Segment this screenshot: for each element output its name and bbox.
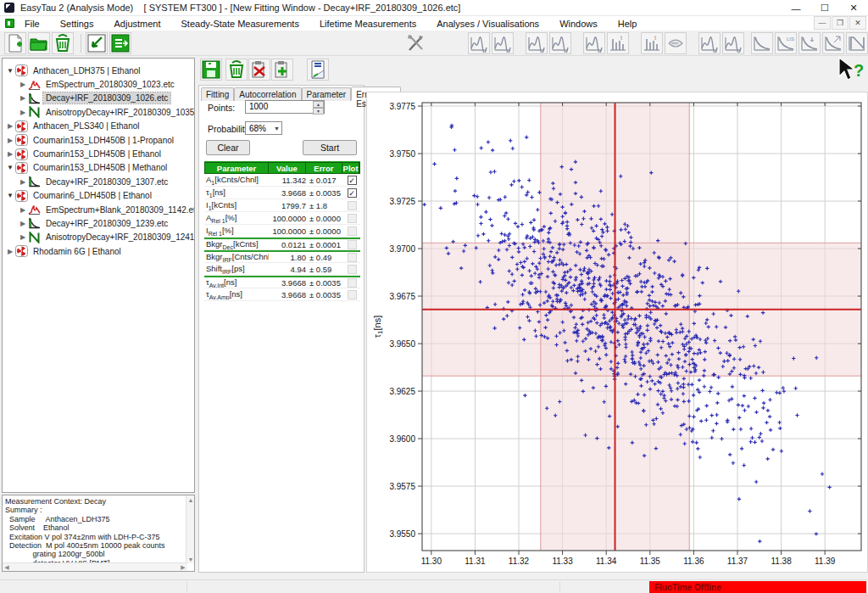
menu-lifetime-measurements[interactable]: Lifetime Measurements	[309, 19, 426, 29]
delete-icon[interactable]	[52, 32, 74, 54]
tools-icon[interactable]	[405, 32, 427, 54]
parameter-value: 100.0000	[269, 227, 306, 236]
lifetime-analysis-icon[interactable]: LIS	[775, 32, 797, 54]
excitation-spectrum-icon[interactable]	[526, 32, 548, 54]
tree-item[interactable]: ▼Anthacen_LDH375 | Ethanol	[3, 64, 194, 77]
parameter-name: IRel 1[%]	[204, 226, 269, 237]
svg-text:t: t	[654, 35, 656, 41]
maximize-button[interactable]: ☐	[810, 0, 839, 16]
tree-item[interactable]: ▶Decay+IRF_20180309_1307.etc	[3, 175, 194, 188]
chevron-right-icon[interactable]: ▶	[6, 122, 14, 130]
tcspc-decay-icon[interactable]: t	[641, 32, 663, 54]
kinetics-icon[interactable]	[583, 32, 605, 54]
context-vertical-scrollbar[interactable]: ▲ ▼	[186, 495, 194, 563]
clear-button[interactable]: Clear	[206, 140, 250, 155]
anisotropy-analysis-icon[interactable]	[846, 32, 868, 54]
svg-text:3.9750: 3.9750	[389, 149, 415, 159]
chevron-right-icon[interactable]: ▶	[19, 94, 27, 102]
tree-item[interactable]: ▶EmSpectrum_20180309_1023.etc	[3, 77, 194, 91]
probability-select[interactable]: 68%▼	[245, 121, 282, 135]
chevron-down-icon[interactable]: ▼	[6, 192, 14, 199]
chevron-right-icon[interactable]: ▶	[19, 81, 27, 88]
tree-item[interactable]: ▶Coumarin153_LDH450B | 1-Propanol	[3, 133, 194, 147]
open-folder-icon[interactable]	[28, 32, 50, 54]
timetrace-icon[interactable]: t	[607, 32, 629, 54]
menu-bar: FileSettingsAdjustmentSteady-State Measu…	[0, 16, 868, 31]
svg-text:3.9675: 3.9675	[389, 292, 415, 301]
parameter-name: ShiftIRF[ps]	[204, 264, 269, 275]
minimize-button[interactable]: —	[782, 0, 810, 16]
tree-item[interactable]: ▶Decay+IRF_20180309_1026.etc	[3, 92, 194, 105]
chevron-right-icon[interactable]: ▶	[19, 220, 27, 227]
context-horizontal-scrollbar[interactable]: ◀ ▶	[3, 562, 187, 571]
parameter-name: τAv.Int[ns]	[204, 277, 269, 288]
menu-help[interactable]: Help	[608, 19, 648, 29]
tres-map-icon[interactable]	[722, 32, 744, 54]
table-row: BkgrIRF[Cnts/Chnl]1.80± 0.49	[204, 250, 360, 263]
chevron-right-icon[interactable]: ▶	[6, 137, 14, 144]
child-close-button[interactable]: ✕	[849, 16, 866, 30]
child-minimize-button[interactable]: —	[814, 16, 831, 30]
chevron-down-icon[interactable]: ▼	[6, 67, 14, 75]
menu-file[interactable]: File	[14, 19, 50, 29]
delete-fit-icon[interactable]	[225, 59, 248, 81]
new-file-icon[interactable]	[4, 32, 26, 54]
child-restore-button[interactable]: ❐	[832, 16, 849, 30]
scatter-plot[interactable]: 11.3011.3111.3211.3311.3411.3511.3611.37…	[367, 92, 867, 572]
tree-item[interactable]: ▼Coumarin6_LDH450B | Ethanol	[3, 189, 194, 203]
steady-spectrum-icon[interactable]	[468, 32, 490, 54]
chevron-down-icon[interactable]: ▼	[6, 164, 14, 171]
tab-fitting[interactable]: Fitting	[201, 87, 234, 101]
anisotropy-icon	[28, 232, 41, 243]
tree-item[interactable]: ▶AnisotropyDecay+IRF_20180309_1241.etc	[3, 231, 194, 244]
plot-checkbox-checked[interactable]: ✓	[348, 176, 357, 185]
tab-parameter-plot[interactable]: Parameter Plot	[302, 87, 352, 101]
sample-icon	[15, 120, 28, 132]
table-row: BkgrDec[kCnts]0.0121± 0.0001	[204, 238, 360, 250]
tailfit-icon[interactable]	[822, 32, 844, 54]
menu-steady-state-measurements[interactable]: Steady-State Measurements	[171, 19, 309, 29]
tree-item[interactable]: ▶Anthacen_PLS340 | Ethanol	[3, 120, 194, 133]
parameter-name: A1[kCnts/Chnl]	[204, 175, 269, 186]
export-data-icon[interactable]	[109, 32, 131, 54]
plot-checkbox-checked[interactable]: ✓	[348, 188, 357, 198]
menu-adjustment[interactable]: Adjustment	[103, 19, 170, 29]
points-spinner[interactable]: ▲▼	[313, 101, 324, 113]
tree-item-label: Anthacen_PLS340 | Ethanol	[31, 120, 142, 131]
tree-item[interactable]: ▶Decay+IRF_20180309_1239.etc	[3, 216, 194, 230]
menu-windows[interactable]: Windows	[549, 19, 608, 29]
clipboard-add-icon[interactable]	[271, 59, 293, 81]
chevron-right-icon[interactable]: ▶	[6, 150, 14, 158]
clipboard-remove-icon[interactable]	[248, 59, 270, 81]
report-icon[interactable]	[307, 59, 329, 81]
chevron-right-icon[interactable]: ▶	[19, 109, 27, 116]
steady-spectrum2-icon[interactable]	[492, 32, 514, 54]
parameter-value: 3.9668	[269, 290, 306, 299]
chevron-right-icon[interactable]: ▶	[19, 206, 27, 214]
tab-autocorrelation[interactable]: Autocorrelation	[234, 87, 301, 101]
parameter-error: ± 0.0000	[306, 214, 343, 223]
tree-item[interactable]: ▶Rhodamin 6G | Ethanol	[3, 244, 194, 258]
start-button[interactable]: Start	[303, 140, 357, 155]
tree-item[interactable]: ▼Coumarin153_LDH450B | Methanol	[3, 161, 194, 175]
reconvolution-icon[interactable]	[798, 32, 821, 54]
chevron-right-icon[interactable]: ▶	[19, 233, 27, 241]
menu-analyses-visualisations[interactable]: Analyses / Visualisations	[426, 19, 549, 29]
save-result-icon[interactable]	[200, 59, 222, 81]
export-chart-icon[interactable]	[86, 32, 108, 54]
decay-analysis-icon[interactable]	[751, 32, 773, 54]
tree-item[interactable]: ▶Coumarin153_LDH450B | Ethanol	[3, 147, 194, 160]
tree-item[interactable]: ▶EmSpectrum+Blank_20180309_1142.etc	[3, 203, 194, 216]
chevron-right-icon[interactable]: ▶	[19, 178, 27, 186]
chevron-right-icon[interactable]: ▶	[6, 248, 14, 255]
close-button[interactable]: ✕	[839, 0, 868, 16]
plot-checkbox	[348, 214, 357, 223]
menu-settings[interactable]: Settings	[50, 19, 104, 29]
tree-item[interactable]: ▶AnisotropyDecay+IRF_20180309_1035.etc	[3, 105, 194, 119]
trespectrum-icon[interactable]	[698, 32, 721, 54]
plot-checkbox	[348, 265, 357, 274]
emission-spectrum-icon[interactable]	[549, 32, 571, 54]
main-toolbar: t t LIS	[0, 31, 868, 56]
window-title: EasyTau 2 (Analysis Mode) [ SYSTEM FT300…	[20, 3, 460, 13]
anisotropy-meas-icon[interactable]	[665, 32, 687, 54]
